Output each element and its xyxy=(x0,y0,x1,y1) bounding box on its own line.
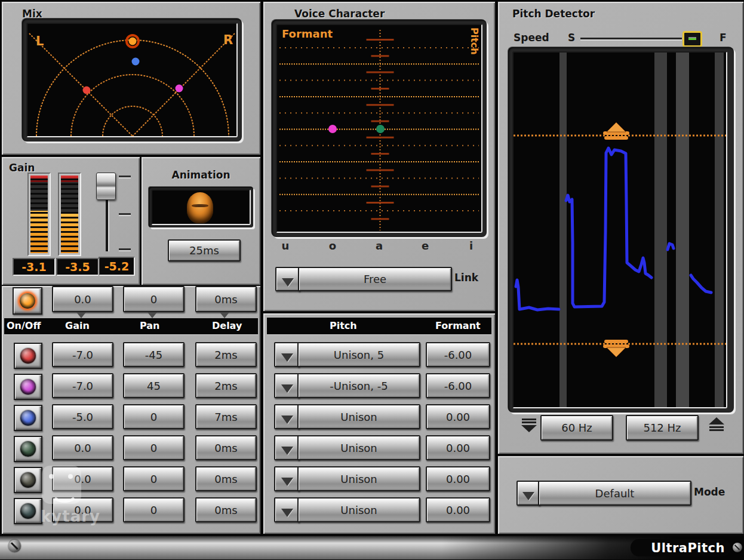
gain-right-readout: -3.5 xyxy=(56,258,99,276)
header-pan: Pan xyxy=(140,320,159,331)
low-threshold-icon[interactable] xyxy=(521,419,537,433)
voice4-pan-button[interactable]: 0 xyxy=(123,435,185,460)
speed-slider-handle[interactable] xyxy=(682,31,702,47)
gain-left-readout: -3.1 xyxy=(13,258,56,276)
vowel-e-label: e xyxy=(422,239,429,252)
delay-column-pointer-icon xyxy=(220,312,229,318)
gain-meter-right xyxy=(58,173,81,256)
formant-header: Formant xyxy=(435,320,481,331)
pf2-dropdown-arrow[interactable] xyxy=(274,373,300,398)
master-pan-button[interactable]: 0 xyxy=(123,286,185,312)
pf3-pitch-value[interactable]: Unison xyxy=(297,404,420,429)
voice2-onoff-button[interactable] xyxy=(14,374,42,400)
speed-slider-track[interactable] xyxy=(580,38,682,39)
voice2-delay-button[interactable]: 2ms xyxy=(195,373,257,398)
chevron-down-icon xyxy=(281,353,293,362)
brand-lozenge: UltraPitch xyxy=(631,539,731,556)
master-onoff-button[interactable] xyxy=(13,287,42,315)
pitch-graph-display[interactable] xyxy=(512,51,727,408)
header-onoff: On/Off xyxy=(7,320,41,331)
face-animation-image xyxy=(187,192,213,223)
voice2-gain-button[interactable]: -7.0 xyxy=(52,373,113,398)
high-freq-button[interactable]: 512 Hz xyxy=(626,415,699,441)
animation-buffer-button[interactable]: 25ms xyxy=(168,239,241,261)
animation-title: Animation xyxy=(142,169,260,181)
pf5-dropdown-arrow[interactable] xyxy=(274,466,300,491)
header-delay: Delay xyxy=(212,320,242,331)
mix-left-channel-label: L xyxy=(36,34,44,48)
pf4-pitch-value[interactable]: Unison xyxy=(297,435,420,460)
mode-label: Mode xyxy=(694,486,725,498)
voice5-gain-button[interactable]: 0.0 xyxy=(52,466,113,491)
voice1-onoff-button[interactable] xyxy=(14,343,42,369)
mix-pan-display[interactable]: L R xyxy=(26,23,238,137)
master-gain-button[interactable]: 0.0 xyxy=(52,286,113,312)
mode-dropdown-arrow[interactable] xyxy=(517,481,540,506)
voice1-pan-button[interactable]: -45 xyxy=(123,342,185,367)
pf3-dropdown-arrow[interactable] xyxy=(274,404,300,429)
voice5-led-icon xyxy=(20,472,36,488)
low-freq-button[interactable]: 60 Hz xyxy=(540,415,613,441)
voice-character-title: Voice Character xyxy=(294,8,385,20)
pitch-trace-graph xyxy=(514,53,726,407)
pf6-dropdown-arrow[interactable] xyxy=(274,497,300,522)
voice3-delay-button[interactable]: 7ms xyxy=(195,404,257,429)
voice6-gain-button[interactable]: 0.0 xyxy=(52,497,113,522)
pf2-pitch-value[interactable]: -Unison, -5 xyxy=(297,373,420,398)
pf2-formant-value[interactable]: -6.00 xyxy=(426,373,490,398)
voice2-pan-button[interactable]: 45 xyxy=(123,373,185,398)
link-mode-dropdown-arrow[interactable] xyxy=(275,267,300,291)
chevron-down-icon xyxy=(281,384,293,393)
bottom-bar: UltraPitch xyxy=(0,536,744,559)
voice-character-display[interactable]: Formant Pitch xyxy=(276,24,482,233)
master-delay-button[interactable]: 0ms xyxy=(195,286,257,312)
voice1-delay-button[interactable]: 2ms xyxy=(195,342,257,367)
pf1-dropdown-arrow[interactable] xyxy=(274,342,300,367)
header-gain: Gain xyxy=(65,320,90,331)
voice1-gain-button[interactable]: -7.0 xyxy=(52,342,113,367)
voice5-pan-button[interactable]: 0 xyxy=(123,466,185,491)
pitch-formant-panel: Pitch Formant Unison, 5 -6.00 -Unison, -… xyxy=(263,313,496,534)
voice4-onoff-button[interactable] xyxy=(14,436,42,462)
mix-display-bezel: L R xyxy=(22,19,242,141)
speed-handle-led xyxy=(688,38,696,40)
pf5-pitch-value[interactable]: Unison xyxy=(297,466,420,491)
pf1-formant-value[interactable]: -6.00 xyxy=(426,342,490,367)
pf5-formant-value[interactable]: 0.00 xyxy=(426,466,490,491)
chevron-down-icon xyxy=(282,278,294,287)
fader-tick-top xyxy=(119,176,131,177)
voice3-gain-button[interactable]: -5.0 xyxy=(52,404,113,429)
gain-title: Gain xyxy=(9,162,35,174)
voice2-led-icon xyxy=(20,379,36,395)
pitch-axis-label: Pitch xyxy=(469,27,480,55)
chevron-down-icon xyxy=(281,416,293,424)
voice3-onoff-button[interactable] xyxy=(14,405,42,431)
voice5-onoff-button[interactable] xyxy=(14,467,42,493)
pitch-formant-header: Pitch Formant xyxy=(267,318,491,334)
voice4-gain-button[interactable]: 0.0 xyxy=(52,435,113,460)
pf1-pitch-value[interactable]: Unison, 5 xyxy=(297,342,420,367)
gain-fader-handle[interactable] xyxy=(96,173,116,200)
gain-panel: Gain -3.1 -3.5 -5.2 xyxy=(1,156,140,285)
pitch-detector-panel: Pitch Detector Speed S F 60 Hz 512 Hz xyxy=(497,1,744,454)
fader-tick-mid xyxy=(119,213,131,215)
link-mode-value[interactable]: Free xyxy=(298,267,452,291)
voice6-led-icon xyxy=(20,503,36,519)
voice6-onoff-button[interactable] xyxy=(14,498,42,524)
mode-value[interactable]: Default xyxy=(538,481,691,506)
pf3-formant-value[interactable]: 0.00 xyxy=(426,404,490,429)
pf4-formant-value[interactable]: 0.00 xyxy=(426,435,490,460)
voice6-delay-button[interactable]: 0ms xyxy=(195,497,257,522)
voice3-pan-button[interactable]: 0 xyxy=(123,404,185,429)
screw-icon xyxy=(8,540,21,552)
pf6-pitch-value[interactable]: Unison xyxy=(297,497,420,522)
voice4-delay-button[interactable]: 0ms xyxy=(195,435,257,460)
formant-pitch-grid xyxy=(277,25,481,232)
voice5-delay-button[interactable]: 0ms xyxy=(195,466,257,491)
pf4-dropdown-arrow[interactable] xyxy=(274,435,300,460)
pf6-formant-value[interactable]: 0.00 xyxy=(426,497,490,522)
speed-label: Speed xyxy=(514,32,549,44)
voice6-pan-button[interactable]: 0 xyxy=(123,497,185,522)
high-threshold-icon[interactable] xyxy=(708,417,725,432)
gain-fader-readout: -5.2 xyxy=(99,257,135,276)
